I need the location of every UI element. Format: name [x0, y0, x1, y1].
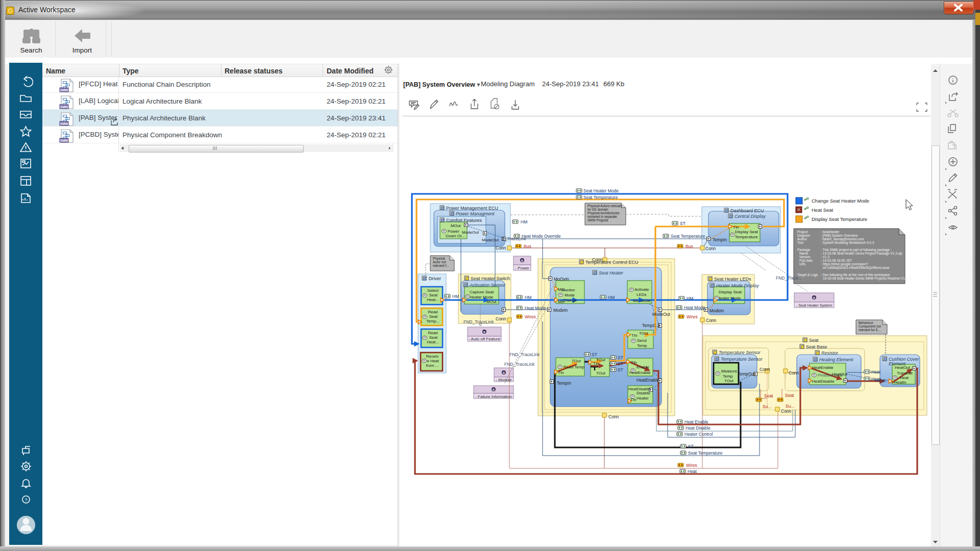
svg-text:Send: Send: [637, 338, 647, 343]
svg-text:Temp: Temp: [723, 374, 733, 379]
svg-text:Power: Power: [448, 229, 459, 234]
svg-text:ST: ST: [680, 221, 685, 226]
svg-text:TOut: TOut: [572, 359, 581, 363]
svg-text:FND_TraceLink: FND_TraceLink: [463, 319, 494, 324]
svg-text:relevant f...: relevant f...: [433, 264, 449, 267]
svg-text:MOut: MOut: [451, 223, 461, 228]
svg-text:HeatEnable: HeatEnable: [629, 370, 651, 375]
svg-text:Conn: Conn: [592, 257, 603, 262]
svg-text:TempIn: TempIn: [713, 237, 727, 242]
svg-text:R: R: [813, 296, 815, 299]
svg-text:Seat: Seat: [429, 335, 438, 340]
svg-text:MO..: MO..: [558, 287, 567, 292]
svg-text:Driver: Driver: [429, 276, 441, 281]
svg-text:Wires: Wires: [687, 314, 698, 319]
svg-text:?: ?: [24, 497, 27, 503]
svg-text:Seat: Seat: [785, 393, 794, 398]
svg-text:Power Managment: Power Managment: [456, 211, 495, 216]
svg-text:Measure: Measure: [721, 369, 738, 373]
svg-text:Conn: Conn: [706, 318, 717, 323]
svg-text:Heater Mode: Heater Mode: [470, 295, 494, 299]
svg-text:Heater Mode Display: Heater Mode Display: [716, 283, 760, 288]
svg-text:Conn: Conn: [496, 316, 506, 321]
svg-text:HM: HM: [521, 219, 527, 224]
svg-text:Seat Base: Seat Base: [806, 344, 827, 349]
svg-text:Read: Read: [428, 331, 437, 335]
svg-text:Seat: Seat: [429, 293, 438, 297]
svg-text:Heater Mode: Heater Mode: [717, 296, 741, 300]
svg-text:Heat Mode Override: Heat Mode Override: [522, 234, 561, 239]
svg-text:from ...: from ...: [426, 363, 439, 368]
svg-text:Heat: Heat: [871, 369, 881, 374]
svg-text:Su...: Su...: [763, 404, 771, 409]
svg-text:Actor not: Actor not: [433, 260, 446, 264]
svg-text:Seat: Seat: [429, 314, 438, 319]
svg-text:- Failure Information: - Failure Information: [475, 394, 512, 399]
svg-text:LEDs: LEDs: [636, 292, 647, 297]
svg-text:TIn: TIn: [631, 360, 637, 365]
svg-text:: 19-03-08 Seat Heater Demo Pr: : 19-03-08 Seat Heater Demo Project Pack…: [821, 252, 902, 256]
svg-text:- Auto off Feature: - Auto off Feature: [469, 337, 500, 341]
svg-text:Version: Version: [799, 255, 811, 259]
svg-text:TempC..t: TempC..t: [642, 323, 660, 328]
svg-text:TOut: TOut: [724, 379, 733, 383]
svg-text:Heat Seat: Heat Seat: [812, 207, 834, 213]
svg-text:TIn: TIn: [630, 397, 636, 402]
svg-text:Seat: Seat: [764, 393, 773, 398]
svg-text:: 19-03-08 16:00 JST: : 19-03-08 16:00 JST: [821, 259, 852, 262]
svg-text:: V1.3: : V1.3: [821, 255, 829, 259]
svg-text:TIn: TIn: [733, 225, 739, 230]
svg-text:Min Mode: Min Mode: [633, 298, 651, 303]
svg-text:Resistor: Resistor: [821, 350, 839, 356]
svg-text:Enable: Enable: [636, 365, 649, 369]
svg-text:Bus: Bus: [524, 244, 531, 249]
svg-text:R: R: [493, 388, 495, 391]
svg-text:Heat: Heat: [688, 469, 697, 474]
svg-text:Heat: Heat: [900, 375, 909, 380]
svg-text:Su...: Su...: [786, 404, 794, 409]
svg-text:ST: ST: [688, 444, 694, 449]
svg-text:ST: ST: [618, 361, 623, 366]
svg-text:Seat Temperature: Seat Temperature: [688, 450, 723, 456]
svg-text:FND_TraceLink: FND_TraceLink: [504, 362, 535, 367]
svg-text:Conn: Conn: [705, 246, 716, 251]
svg-text:Read Temp: Read Temp: [564, 365, 584, 369]
svg-text:Conn: Conn: [781, 409, 792, 414]
svg-text:relevant for E...: relevant for E...: [859, 328, 881, 332]
svg-text:Mode: Mode: [565, 293, 575, 297]
svg-text:HM: HM: [608, 295, 615, 300]
svg-text:Dashboard ECU: Dashboard ECU: [730, 208, 764, 213]
svg-text:TempOut: TempOut: [738, 371, 755, 377]
svg-text:ModeOut: ModeOut: [482, 238, 499, 242]
svg-text:Select: Select: [427, 288, 439, 293]
svg-text:Activate: Activate: [634, 287, 649, 292]
svg-text:Temperature Sensor: Temperature Sensor: [719, 350, 761, 355]
svg-text:Transmit: Transmit: [897, 371, 913, 375]
svg-text:Comfort Features: Comfort Features: [446, 218, 482, 223]
svg-text:SMW Projects: SMW Projects: [587, 218, 608, 222]
svg-text:Wires: Wires: [686, 463, 697, 468]
svg-text:R: R: [483, 331, 485, 334]
svg-text:Seat Heater Mode: Seat Heater Mode: [583, 188, 619, 193]
svg-text:id=1dI6Adj0oxD1-HNwEKMk3IQz9fb: id=1dI6Adj0oxD1-HNwEKMk3IQz9fbcxLouue: [823, 266, 890, 270]
svg-text:- Seat Heater System: - Seat Heater System: [796, 303, 832, 308]
svg-text:Capture Seat: Capture Seat: [470, 290, 494, 294]
svg-text:HeatIn: HeatIn: [894, 380, 906, 385]
svg-text:HeatOut: HeatOut: [832, 372, 848, 377]
svg-text:TempIn: TempIn: [557, 381, 571, 386]
svg-text:: System Modeling Workbench 4.: : System Modeling Workbench 4.0.3: [821, 241, 874, 245]
svg-text:Seat Heater: Seat Heater: [599, 270, 624, 276]
svg-text:Change: Change: [562, 298, 577, 303]
svg-text:Seat Temperature: Seat Temperature: [671, 234, 705, 239]
svg-text:HeatI..: HeatI..: [875, 378, 888, 383]
svg-text:Heating Element: Heating Element: [819, 357, 853, 362]
svg-text:Seat: Seat: [809, 338, 819, 343]
svg-text:HeatEnable: HeatEnable: [636, 378, 659, 383]
svg-text:HM: HM: [525, 295, 531, 300]
svg-text:R: R: [521, 259, 523, 262]
svg-text:MoOvIn: MoOvIn: [554, 277, 569, 282]
svg-text:- Module: - Module: [496, 378, 512, 382]
svg-text:Seat Temperature: Seat Temperature: [583, 195, 618, 200]
svg-text:Seat Heater LEDs: Seat Heater LEDs: [714, 277, 751, 282]
svg-text:ModeIn: ModeIn: [553, 308, 568, 313]
